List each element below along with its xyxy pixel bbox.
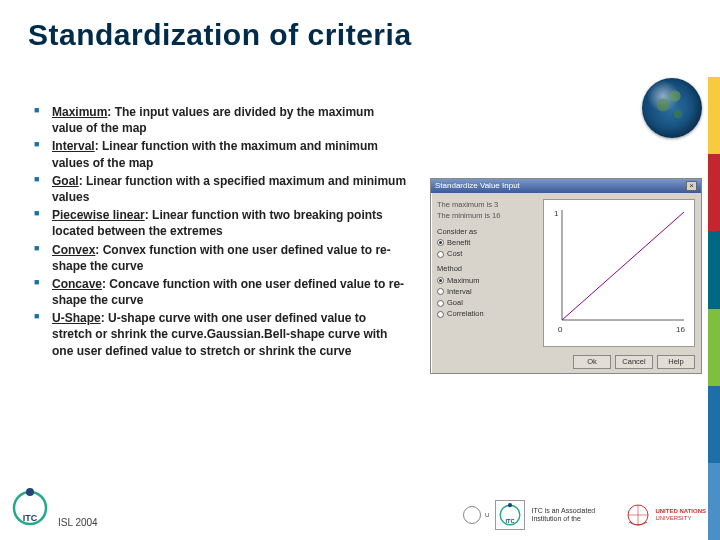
- itc-logo-icon: ITC: [10, 488, 50, 532]
- associated-text: ITC is an Associated Institution of the: [531, 507, 619, 523]
- decorative-stripe: [708, 0, 720, 540]
- footer-right-logos: U ITC ITC is an Associated Institution o…: [463, 500, 706, 530]
- list-item: U-Shape: U-shape curve with one user def…: [38, 310, 408, 359]
- close-icon[interactable]: ×: [686, 181, 697, 191]
- svg-point-7: [508, 503, 512, 507]
- help-button[interactable]: Help: [657, 355, 695, 369]
- footer-note: ISL 2004: [58, 517, 98, 528]
- list-item: Maximum: The input values are divided by…: [38, 104, 408, 136]
- svg-text:ITC: ITC: [23, 513, 38, 523]
- un-logo: UNITED NATIONS UNIVERSITY: [625, 502, 706, 528]
- consider-label: Consider as: [437, 226, 537, 237]
- cancel-button[interactable]: Cancel: [615, 355, 653, 369]
- svg-point-4: [26, 488, 34, 496]
- footer: ITC ISL 2004 U ITC ITC is an Associated …: [0, 484, 720, 536]
- radio-interval[interactable]: [437, 288, 444, 295]
- dialog-titlebar[interactable]: Standardize Value Input ×: [431, 179, 701, 193]
- standardize-dialog: Standardize Value Input × The maximum is…: [430, 178, 702, 374]
- list-item: Goal: Linear function with a specified m…: [38, 173, 408, 205]
- un-wreath-icon: [625, 502, 651, 528]
- radio-cost[interactable]: [437, 251, 444, 258]
- svg-line-2: [562, 212, 684, 320]
- svg-text:ITC: ITC: [506, 518, 515, 524]
- un-small-logo: U: [463, 506, 489, 524]
- min-line: The minimum is 16: [437, 210, 537, 221]
- list-item: Concave: Concave function with one user …: [38, 276, 408, 308]
- page-title: Standardization of criteria: [28, 18, 412, 52]
- radio-maximum[interactable]: [437, 277, 444, 284]
- globe-icon: [642, 78, 702, 138]
- preview-chart: 1 0 16: [543, 199, 695, 347]
- x-axis-hi: 16: [676, 325, 685, 334]
- radio-benefit[interactable]: [437, 239, 444, 246]
- radio-correlation[interactable]: [437, 311, 444, 318]
- ok-button[interactable]: Ok: [573, 355, 611, 369]
- x-axis-lo: 0: [558, 325, 563, 334]
- list-item: Convex: Convex function with one user de…: [38, 242, 408, 274]
- y-axis-hi: 1: [554, 209, 559, 218]
- un-small-icon: [463, 506, 481, 524]
- list-item: Piecewise linear: Linear function with t…: [38, 207, 408, 239]
- itc-box-logo: ITC: [495, 500, 525, 530]
- bullet-list: Maximum: The input values are divided by…: [38, 104, 408, 361]
- method-label: Method: [437, 263, 537, 274]
- list-item: Interval: Linear function with the maxim…: [38, 138, 408, 170]
- dialog-title: Standardize Value Input: [435, 179, 520, 193]
- radio-goal[interactable]: [437, 300, 444, 307]
- max-line: The maximum is 3: [437, 199, 537, 210]
